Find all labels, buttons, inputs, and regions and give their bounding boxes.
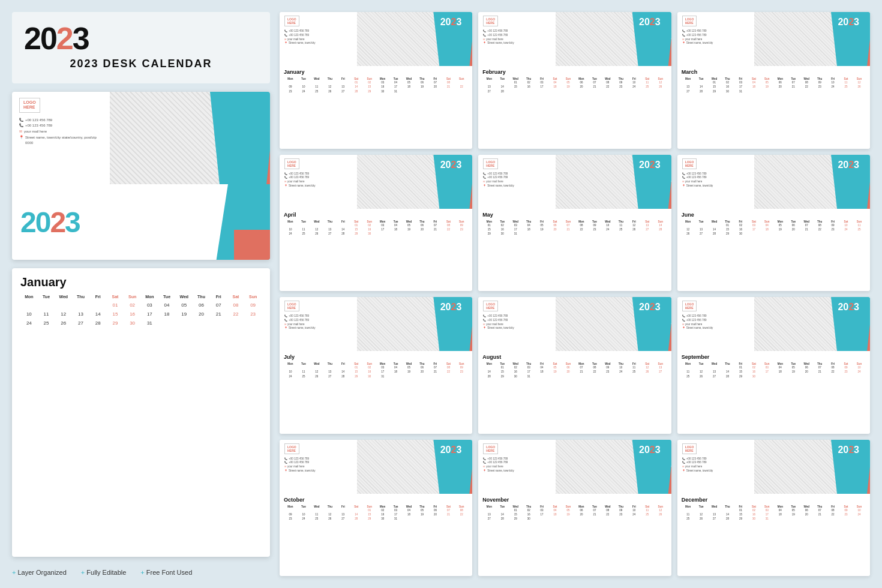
month-contact: 📞+00 123 456 789 📞+00 123 456 789 ✉your … [483, 457, 551, 473]
month-top: LOGOHERE 📞+00 123 456 789 📞+00 123 456 7… [677, 297, 870, 351]
month-card-february: LOGOHERE 📞+00 123 456 789 📞+00 123 456 7… [478, 12, 671, 149]
month-card-october: LOGOHERE 📞+00 123 456 789 📞+00 123 456 7… [280, 440, 472, 577]
month-year: 2023 [639, 445, 661, 455]
mini-cal-header: Mon Tue Wed Thu Fri Sat Sun Mon Tue Wed … [482, 362, 667, 365]
month-card-august: LOGOHERE 📞+00 123 456 789 📞+00 123 456 7… [478, 297, 671, 434]
mini-row-2: 232425262728293031xxxxx [284, 517, 468, 521]
month-bottom: October Mon Tue Wed Thu Fri Sat Sun Mon … [280, 494, 472, 577]
january-header: Mon Tue Wed Thu Fri Sat Sun Mon Tue Wed … [20, 294, 262, 299]
month-contact: 📞+00 123 456 789 📞+00 123 456 789 ✉your … [483, 314, 551, 331]
month-name: January [284, 69, 468, 75]
month-bottom: August Mon Tue Wed Thu Fri Sat Sun Mon T… [478, 351, 671, 434]
month-logo: LOGOHERE [682, 16, 697, 26]
month-left: LOGOHERE 📞+00 123 456 789 📞+00 123 456 7… [280, 155, 357, 209]
month-name: May [482, 212, 667, 218]
month-top: LOGOHERE 📞+00 123 456 789 📞+00 123 456 7… [280, 12, 472, 66]
month-logo: LOGOHERE [284, 443, 299, 454]
month-contact: 📞+00 123 456 789 📞+00 123 456 789 ✉your … [682, 314, 750, 331]
month-contact: 📞+00 123 456 789 📞+00 123 456 789 ✉your … [284, 457, 352, 473]
year-display: 2023 [24, 23, 89, 54]
january-grid: Mon Tue Wed Thu Fri Sat Sun Mon Tue Wed … [20, 294, 262, 327]
mini-row-1: 1112131415161718192021222324 [682, 513, 866, 517]
mini-row-1: 1314151617181920212223242526 [682, 85, 866, 89]
phone-icon: 📞 [19, 118, 23, 124]
month-name: October [284, 497, 468, 503]
mini-row-0: xx010203040506070809101112 [482, 81, 667, 85]
month-top: LOGOHERE 📞+00 123 456 789 📞+00 123 456 7… [677, 155, 870, 209]
geo-teal-cover [210, 92, 270, 184]
mini-row-0: x01020304050607080910111213 [482, 366, 667, 370]
geo-bottom-salmon [234, 230, 270, 260]
jan-row-1: x x x x x 01 02 03 04 05 06 07 08 09 [20, 301, 262, 309]
mini-row-1: 1516171819202122232425262728 [482, 228, 667, 232]
month-top: LOGOHERE 📞+00 123 456 789 📞+00 123 456 7… [280, 440, 472, 494]
month-year: 2023 [440, 302, 462, 313]
month-left: LOGOHERE 📞+00 123 456 789 📞+00 123 456 7… [677, 297, 755, 351]
month-bottom: March Mon Tue Wed Thu Fri Sat Sun Mon Tu… [677, 66, 870, 149]
big-year: 2023 [20, 206, 80, 239]
location-icon: 📍 [19, 135, 23, 141]
email-icon: ✉ [19, 129, 22, 135]
mini-row-0: xxx0102030405060708091011 [682, 224, 866, 227]
mini-row-0: xx010203040506070809101112 [482, 509, 667, 512]
month-name: April [284, 212, 468, 218]
jan-row-3: 24 25 26 27 28 29 30 31 x x x x x x [20, 319, 262, 327]
month-bottom: December Mon Tue Wed Thu Fri Sat Sun Mon… [677, 494, 870, 577]
month-name: December [682, 497, 866, 503]
month-logo: LOGOHERE [682, 443, 697, 454]
mini-row-2: 27282930xxxxxxxxxx [482, 517, 667, 521]
mini-row-0: xx010203040506070809101112 [682, 81, 866, 85]
cover-left-info: LOGOHERE 📞+00 123 456 789 📞+00 123 456 7… [12, 92, 110, 184]
month-contact: 📞+00 123 456 789 📞+00 123 456 789 ✉your … [284, 172, 352, 188]
mini-row-1: 0910111213141516171819202122 [284, 513, 468, 517]
phone-icon-2: 📞 [19, 123, 23, 129]
month-logo: LOGOHERE [483, 158, 498, 169]
month-year: 2023 [639, 17, 661, 28]
mini-row-0: xxxxx0102030405060708x [284, 81, 468, 85]
month-contact: 📞+00 123 456 789 📞+00 123 456 789 ✉your … [284, 314, 352, 331]
mini-cal-header: Mon Tue Wed Thu Fri Sat Sun Mon Tue Wed … [682, 505, 866, 508]
cover-top: LOGOHERE 📞+00 123 456 789 📞+00 123 456 7… [12, 92, 270, 184]
mini-row-2: 293031xxxxxxxxxxx [482, 232, 667, 236]
month-name: July [284, 354, 468, 360]
month-contact: 📞+00 123 456 789 📞+00 123 456 789 ✉your … [682, 29, 750, 46]
month-card-july: LOGOHERE 📞+00 123 456 789 📞+00 123 456 7… [280, 297, 472, 434]
month-top: LOGOHERE 📞+00 123 456 789 📞+00 123 456 7… [280, 155, 472, 209]
mini-cal-header: Mon Tue Wed Thu Fri Sat Sun Mon Tue Wed … [682, 362, 866, 365]
mini-row-2: 24252627282930xxxxxxx [284, 232, 468, 236]
month-card-may: LOGOHERE 📞+00 123 456 789 📞+00 123 456 7… [478, 155, 671, 292]
desk-calendar-label: 2023 Desk Calendar [24, 58, 258, 70]
mini-row-0: 0102030405060708091011121314 [482, 224, 667, 227]
month-contact: 📞+00 123 456 789 📞+00 123 456 789 ✉your … [483, 29, 551, 46]
mini-row-0: xxxx01020304050607080910 [682, 509, 866, 512]
contact-info: 📞+00 123 456 789 📞+00 123 456 789 ✉your … [19, 118, 103, 146]
month-left: LOGOHERE 📞+00 123 456 789 📞+00 123 456 7… [677, 155, 755, 209]
logo-box: LOGOHERE [19, 98, 40, 113]
month-card-april: LOGOHERE 📞+00 123 456 789 📞+00 123 456 7… [280, 155, 472, 292]
mini-row-2: 25262728293031xxxxxxx [682, 517, 866, 521]
mini-row-1: 1011121314151617181920212223 [284, 370, 468, 374]
january-card: January Mon Tue Wed Thu Fri Sat Sun Mon … [12, 268, 270, 557]
main-container: 2023 2023 Desk Calendar LOGOHERE 📞+00 12… [0, 0, 882, 588]
month-bottom: February Mon Tue Wed Thu Fri Sat Sun Mon… [478, 66, 671, 149]
month-card-march: LOGOHERE 📞+00 123 456 789 📞+00 123 456 7… [677, 12, 870, 149]
mini-cal-header: Mon Tue Wed Thu Fri Sat Sun Mon Tue Wed … [284, 362, 468, 365]
month-left: LOGOHERE 📞+00 123 456 789 📞+00 123 456 7… [478, 155, 556, 209]
mini-row-1: 1213141516171819202122232425 [682, 228, 866, 232]
mini-row-0: xxxxxx0102030405060708 [284, 509, 468, 512]
mini-row-2: 28293031xxxxxxxxxx [482, 375, 667, 379]
month-name: September [682, 354, 866, 360]
mini-row-2: 252627282930xxxxxxxx [682, 375, 866, 379]
mini-row-2: 2627282930xxxxxxxxx [682, 232, 866, 236]
month-left: LOGOHERE 📞+00 123 456 789 📞+00 123 456 7… [478, 440, 556, 494]
month-logo: LOGOHERE [483, 16, 498, 26]
month-top: LOGOHERE 📞+00 123 456 789 📞+00 123 456 7… [677, 12, 870, 66]
month-year: 2023 [440, 160, 462, 170]
month-contact: 📞+00 123 456 789 📞+00 123 456 789 ✉your … [682, 457, 750, 473]
month-left: LOGOHERE 📞+00 123 456 789 📞+00 123 456 7… [280, 297, 357, 351]
month-year: 2023 [440, 445, 462, 455]
month-bottom: September Mon Tue Wed Thu Fri Sat Sun Mo… [677, 351, 870, 434]
month-logo: LOGOHERE [483, 301, 498, 311]
left-panel: 2023 2023 Desk Calendar LOGOHERE 📞+00 12… [12, 12, 270, 576]
month-name: August [482, 354, 667, 360]
